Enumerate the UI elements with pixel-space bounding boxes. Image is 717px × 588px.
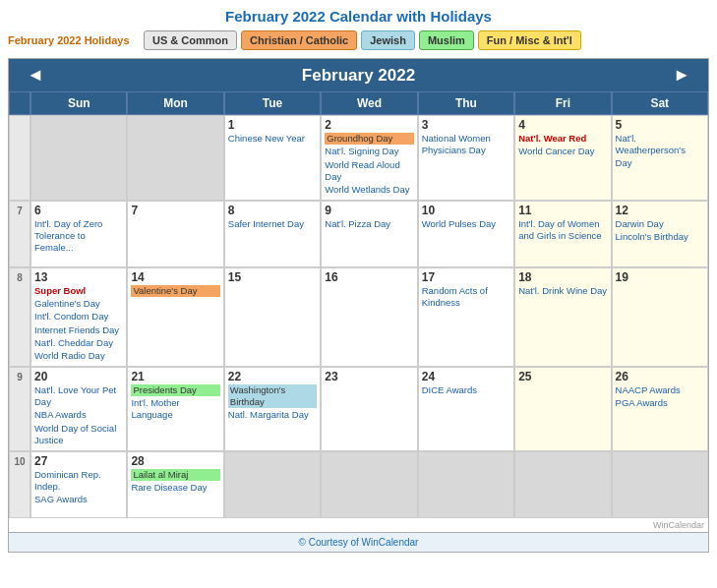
month-year-title: February 2022 <box>302 66 415 86</box>
day-number: 23 <box>325 370 413 383</box>
holiday-entry: World Pulses Day <box>422 218 510 230</box>
filter-btn-jewish[interactable]: Jewish <box>361 30 415 50</box>
holiday-entry: National Women Physicians Day <box>422 133 510 157</box>
day-cell: 21Presidents DayInt'l. Mother Language <box>127 367 223 451</box>
day-number: 8 <box>228 204 317 217</box>
holiday-entry: World Wetlands Day <box>325 184 413 196</box>
day-number: 9 <box>325 204 413 217</box>
day-cell <box>224 451 321 518</box>
day-number: 18 <box>518 270 607 284</box>
col-header-fri: Fri <box>514 91 611 115</box>
day-number: 16 <box>325 270 413 284</box>
holiday-entry: Nat'l. Wear Red <box>518 133 607 145</box>
holiday-entry: Nat'l. Love Your Pet Day <box>34 384 123 409</box>
day-number: 22 <box>228 370 317 383</box>
day-number: 25 <box>518 370 607 383</box>
day-cell: 6Int'l. Day of Zero Tolerance to Female.… <box>30 201 127 267</box>
next-month-button[interactable]: ► <box>665 65 698 86</box>
holiday-entry: Lincoln's Birthday <box>616 231 704 243</box>
page-title: February 2022 Calendar with Holidays <box>8 8 709 25</box>
holiday-entry: Groundhog Day <box>325 133 413 145</box>
day-cell <box>30 115 127 201</box>
week-num-header <box>9 91 30 115</box>
day-number: 26 <box>616 370 704 383</box>
day-number: 15 <box>228 270 317 284</box>
day-cell: 20Nat'l. Love Your Pet DayNBA AwardsWorl… <box>30 367 127 451</box>
holiday-entry: Valentine's Day <box>131 285 219 297</box>
day-cell: 25 <box>514 367 611 451</box>
page-wrapper: February 2022 Calendar with Holidays Feb… <box>0 0 717 560</box>
day-number: 28 <box>131 454 219 468</box>
filter-btn-us[interactable]: US & Common <box>144 30 237 50</box>
col-header-sat: Sat <box>612 91 708 115</box>
week-num-1: 7 <box>9 201 30 267</box>
holiday-entry: SAG Awards <box>34 494 123 505</box>
week-num-4: 10 <box>9 451 30 518</box>
filter-btn-christian[interactable]: Christian / Catholic <box>241 30 357 50</box>
holiday-entry: Washington's Birthday <box>228 384 317 409</box>
day-number: 24 <box>422 370 510 383</box>
week-num-3: 9 <box>9 367 30 451</box>
day-cell: 14Valentine's Day <box>127 267 223 367</box>
day-number: 1 <box>228 118 317 132</box>
col-header-thu: Thu <box>418 91 514 115</box>
day-number: 21 <box>131 370 219 383</box>
holiday-entry: Galentine's Day <box>34 298 123 310</box>
holiday-entry: World Read Aloud Day <box>325 159 413 184</box>
holiday-entry: Nat'l. Signing Day <box>325 146 413 157</box>
day-cell: 5Nat'l. Weatherperson's Day <box>612 115 708 201</box>
holiday-entry: Lailat al Miraj <box>131 469 219 481</box>
day-cell <box>514 451 611 518</box>
day-cell: 13Super BowlGalentine's DayInt'l. Condom… <box>30 267 127 367</box>
day-number: 2 <box>325 118 413 132</box>
holiday-entry: Nat'l. Pizza Day <box>325 218 413 230</box>
day-number: 27 <box>34 454 123 468</box>
day-cell: 27Dominican Rep. Indep.SAG Awards <box>30 451 127 518</box>
day-number: 6 <box>34 204 123 217</box>
day-cell: 15 <box>224 267 321 367</box>
day-cell <box>127 115 223 201</box>
holiday-entry: Darwin Day <box>616 218 704 230</box>
holiday-entry: Nat'l. Cheddar Day <box>34 337 123 349</box>
day-cell: 1Chinese New Year <box>224 115 321 201</box>
filter-btn-muslim[interactable]: Muslim <box>419 30 474 50</box>
day-cell: 28Lailat al MirajRare Disease Day <box>127 451 223 518</box>
holiday-entry: Random Acts of Kindness <box>422 285 510 310</box>
day-cell: 24DICE Awards <box>418 367 514 451</box>
day-number: 13 <box>34 270 123 284</box>
day-cell: 18Nat'l. Drink Wine Day <box>514 267 611 367</box>
holiday-entry: Nat'l. Drink Wine Day <box>518 285 607 297</box>
holiday-entry: Rare Disease Day <box>131 482 219 494</box>
week-num-2: 8 <box>9 267 30 367</box>
day-cell: 12Darwin DayLincoln's Birthday <box>612 201 708 267</box>
day-cell: 23 <box>321 367 417 451</box>
day-cell: 7 <box>127 201 223 267</box>
day-cell: 22Washington's BirthdayNatl. Margarita D… <box>224 367 321 451</box>
day-number: 4 <box>518 118 607 132</box>
filter-btn-fun[interactable]: Fun / Misc & Int'l <box>478 30 581 50</box>
holiday-entry: Nat'l. Weatherperson's Day <box>616 133 704 169</box>
prev-month-button[interactable]: ◄ <box>19 65 52 86</box>
holiday-entry: PGA Awards <box>616 397 704 409</box>
day-cell <box>612 451 708 518</box>
holiday-entry: World Radio Day <box>34 350 123 362</box>
day-number: 12 <box>616 204 704 217</box>
holiday-entry: NAACP Awards <box>616 384 704 396</box>
day-number: 20 <box>34 370 123 383</box>
day-number: 11 <box>518 204 607 217</box>
col-header-wed: Wed <box>321 91 417 115</box>
holiday-entry: Chinese New Year <box>228 133 317 145</box>
week-num-0 <box>9 115 30 201</box>
day-cell: 3National Women Physicians Day <box>418 115 514 201</box>
holiday-entry: Int'l. Day of Women and Girls in Science <box>518 218 607 243</box>
day-number: 10 <box>422 204 510 217</box>
col-header-tue: Tue <box>224 91 321 115</box>
footer-credit: © Courtesy of WinCalendar <box>9 532 708 552</box>
col-header-mon: Mon <box>127 91 223 115</box>
holiday-entry: Int'l. Day of Zero Tolerance to Female..… <box>34 218 123 255</box>
day-cell: 17Random Acts of Kindness <box>418 267 514 367</box>
calendar-header: ◄ February 2022 ► <box>9 59 708 91</box>
day-cell: 16 <box>321 267 417 367</box>
holiday-entry: Dominican Rep. Indep. <box>34 469 123 494</box>
day-cell: 19 <box>612 267 708 367</box>
